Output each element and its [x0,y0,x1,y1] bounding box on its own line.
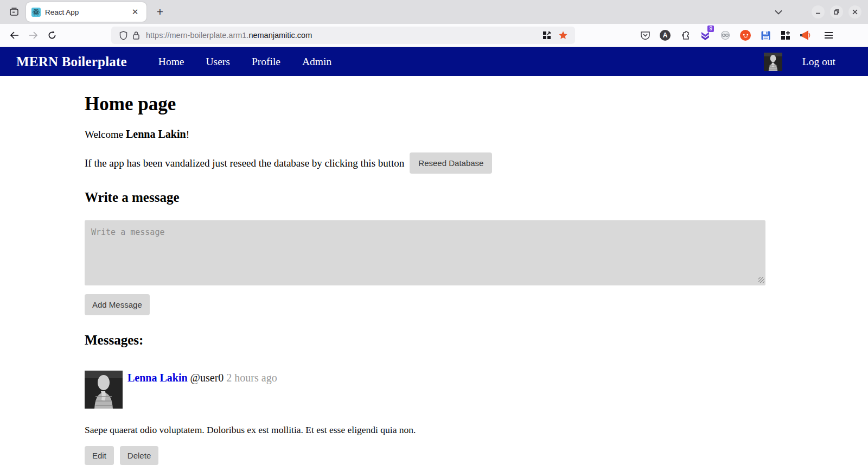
minimize-button[interactable] [812,5,825,18]
messages-heading: Messages: [85,333,765,348]
browser-tab[interactable]: React App ✕ [26,2,146,22]
floppy-save-icon[interactable] [758,28,773,43]
react-favicon-icon [31,8,41,17]
message-avatar[interactable] [85,371,123,409]
welcome-text: Welcome Lenna Lakin! [85,128,765,141]
extension-badge: 9 [707,26,714,32]
message-timestamp: 2 hours ago [226,372,277,384]
container-grid-arrow-icon[interactable] [540,31,553,40]
message-body: Saepe quaerat odio voluptatem. Doloribus… [85,424,765,436]
nav-link-profile[interactable]: Profile [252,56,280,68]
megaphone-icon[interactable] [798,28,813,43]
add-message-button[interactable]: Add Message [85,294,150,315]
reload-button-icon[interactable] [43,27,61,44]
logout-link[interactable]: Log out [802,56,835,68]
welcome-username: Lenna Lakin [126,128,186,140]
extension-strip: A 9 [637,28,813,43]
nav-links: Home Users Profile Admin [158,56,331,68]
nav-link-users[interactable]: Users [206,56,230,68]
navbar-avatar[interactable] [764,53,782,71]
lock-icon[interactable] [130,31,143,40]
list-all-tabs-chevron-icon[interactable] [770,4,787,20]
message-actions: Edit Delete [85,446,765,465]
message-author-link[interactable]: Lenna Lakin [127,372,188,384]
letter-a-circle-icon[interactable]: A [658,28,673,43]
browser-toolbar: https://mern-boilerplate.arm1.nemanjamit… [0,24,868,47]
browser-tab-bar: React App ✕ + [0,0,868,24]
message-handle: @user0 [190,372,224,384]
brand-title[interactable]: MERN Boilerplate [16,54,127,69]
message-item: Lenna Lakin @user0 2 hours ago Saepe qua… [85,371,765,465]
downloader-arrows-icon[interactable]: 9 [698,28,713,43]
new-tab-button[interactable]: + [152,4,168,20]
reseed-text: If the app has been vandalized just rese… [85,157,404,169]
window-controls [812,5,861,18]
url-text[interactable]: https://mern-boilerplate.arm1.nemanjamit… [146,31,540,40]
message-textarea[interactable] [85,220,765,285]
url-bar[interactable]: https://mern-boilerplate.arm1.nemanjamit… [111,27,575,44]
forward-button-icon[interactable] [24,27,42,44]
spectacles-globe-icon[interactable] [718,28,733,43]
pocket-icon[interactable] [637,28,653,43]
back-button-icon[interactable] [5,27,23,44]
page-title: Home page [85,93,765,115]
app-navbar: MERN Boilerplate Home Users Profile Admi… [0,47,868,76]
squares-plus-icon[interactable] [778,28,793,43]
url-subdomain: https://mern-boilerplate.arm1. [146,31,248,40]
tab-close-icon[interactable]: ✕ [129,6,141,18]
menu-hamburger-icon[interactable] [820,27,837,44]
delete-button[interactable]: Delete [120,446,158,465]
page-content: Home page Welcome Lenna Lakin! If the ap… [0,76,765,465]
reddit-icon[interactable] [738,28,753,43]
message-meta: Lenna Lakin @user0 2 hours ago [127,371,277,384]
restore-window-button[interactable] [830,5,843,18]
shield-icon[interactable] [117,31,130,40]
close-window-button[interactable] [848,5,861,18]
textarea-resize-handle[interactable] [758,277,764,283]
edit-button[interactable]: Edit [85,446,114,465]
nav-link-admin[interactable]: Admin [302,56,331,68]
nav-link-home[interactable]: Home [158,56,184,68]
write-message-heading: Write a message [85,190,765,205]
firefox-view-icon[interactable] [5,3,23,21]
message-textarea-wrap [85,220,765,285]
bookmark-star-icon[interactable] [557,30,570,40]
tab-title: React App [45,8,129,16]
reseed-database-button[interactable]: Reseed Database [410,152,492,174]
url-host: nemanjamitic.com [248,31,312,40]
extension-puzzle-icon[interactable] [678,28,693,43]
message-head: Lenna Lakin @user0 2 hours ago [85,371,765,409]
reseed-row: If the app has been vandalized just rese… [85,152,765,174]
